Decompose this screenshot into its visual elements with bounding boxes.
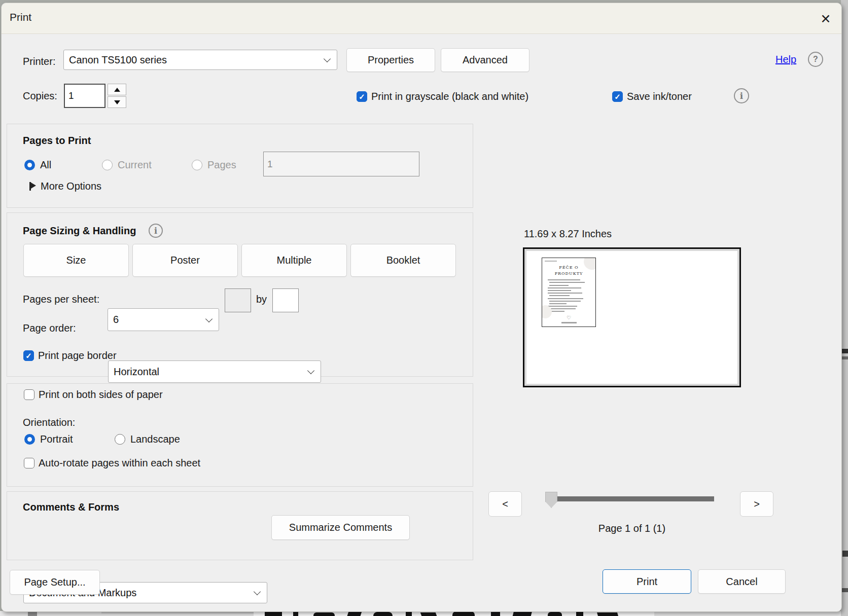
copies-input[interactable]: 1 <box>64 84 105 108</box>
preview-page-thumbnail: PÉČE O PRODUKTY <box>542 258 596 327</box>
info-icon[interactable]: i <box>734 88 749 103</box>
info-icon[interactable]: i <box>149 224 163 238</box>
print-page-border-checkbox[interactable]: ✓ <box>23 350 34 361</box>
advanced-button[interactable]: Advanced <box>441 48 529 72</box>
custom-columns-input[interactable] <box>225 288 251 312</box>
portrait-radio[interactable] <box>24 434 35 445</box>
print-dialog: Print ✕ Printer: Canon TS5100 series Pro… <box>1 3 842 612</box>
check-icon: ✓ <box>614 92 621 101</box>
preview-frame: PÉČE O PRODUKTY <box>523 247 741 387</box>
background-document-fragment <box>842 349 848 353</box>
printer-label: Printer: <box>23 56 55 67</box>
pages-pages-label[interactable]: Pages <box>207 159 236 171</box>
title-bar: Print ✕ <box>2 3 841 34</box>
help-link[interactable]: Help <box>775 54 796 65</box>
copies-increment-button[interactable] <box>108 84 126 95</box>
page-slider-track[interactable] <box>551 496 714 501</box>
background-document-fragment <box>842 551 848 557</box>
preview-sheet: PÉČE O PRODUKTY <box>526 251 737 384</box>
pages-per-sheet-value: 6 <box>113 314 119 325</box>
chevron-down-icon <box>324 55 331 62</box>
pages-current-radio[interactable] <box>102 160 113 170</box>
printer-select-value: Canon TS5100 series <box>69 54 167 66</box>
pages-all-label[interactable]: All <box>40 159 51 171</box>
copies-decrement-button[interactable] <box>108 96 126 108</box>
page-order-value: Horizontal <box>114 366 159 378</box>
background-document-fragment <box>842 356 848 359</box>
summarize-comments-button[interactable]: Summarize Comments <box>271 515 410 540</box>
pages-all-radio[interactable] <box>24 160 35 170</box>
page-status: Page 1 of 1 (1) <box>523 523 741 534</box>
chevron-down-icon <box>254 588 261 595</box>
thumbnail-title: PÉČE O PRODUKTY <box>542 265 595 276</box>
screen: Print ✕ Printer: Canon TS5100 series Pro… <box>0 0 848 616</box>
both-sides-label[interactable]: Print on both sides of paper <box>39 389 163 401</box>
comments-title: Comments & Forms <box>23 501 119 513</box>
chevron-down-icon <box>307 367 314 374</box>
help-icon[interactable]: ? <box>808 52 823 67</box>
page-order-label: Page order: <box>23 322 76 334</box>
portrait-label[interactable]: Portrait <box>40 433 73 445</box>
more-options-label[interactable]: More Options <box>41 180 101 192</box>
page-sizing-title: Page Sizing & Handling <box>23 225 136 237</box>
check-icon: ✓ <box>359 92 365 101</box>
grayscale-label[interactable]: Print in grayscale (black and white) <box>371 91 528 102</box>
previous-page-button[interactable]: < <box>488 491 522 517</box>
landscape-label[interactable]: Landscape <box>130 433 180 445</box>
thumbnail-logo-line <box>561 322 577 323</box>
cancel-button[interactable]: Cancel <box>698 569 786 594</box>
arrow-down-icon <box>114 100 120 104</box>
preview-size-text: 11.69 x 8.27 Inches <box>524 228 612 240</box>
printer-select[interactable]: Canon TS5100 series <box>63 50 337 70</box>
check-icon: ✓ <box>25 351 32 360</box>
background-document-fragment <box>842 588 848 592</box>
booklet-button[interactable]: Booklet <box>350 244 456 277</box>
print-page-border-label[interactable]: Print page border <box>38 350 117 361</box>
print-button[interactable]: Print <box>603 569 691 594</box>
page-slider-handle[interactable] <box>545 492 557 508</box>
auto-rotate-checkbox[interactable] <box>24 458 34 468</box>
multiple-button[interactable]: Multiple <box>241 244 347 277</box>
orientation-label: Orientation: <box>23 417 75 428</box>
pages-current-label[interactable]: Current <box>118 159 152 171</box>
save-ink-checkbox[interactable]: ✓ <box>612 91 623 102</box>
custom-rows-input[interactable] <box>272 288 299 312</box>
pages-per-sheet-select[interactable]: 6 <box>108 308 219 331</box>
pages-per-sheet-label: Pages per sheet: <box>23 294 99 305</box>
grayscale-checkbox[interactable]: ✓ <box>357 91 367 102</box>
pages-to-print-title: Pages to Print <box>23 135 91 147</box>
size-button[interactable]: Size <box>23 244 129 277</box>
page-order-select[interactable]: Horizontal <box>108 360 321 383</box>
chevron-down-icon <box>205 315 213 322</box>
poster-button[interactable]: Poster <box>132 244 238 277</box>
landscape-radio[interactable] <box>115 434 125 445</box>
heart-icon: ♡ <box>542 315 595 320</box>
auto-rotate-label[interactable]: Auto-rotate pages within each sheet <box>39 457 200 469</box>
pages-range-input[interactable]: 1 <box>263 152 419 176</box>
next-page-button[interactable]: > <box>740 491 773 517</box>
by-label: by <box>256 294 267 305</box>
pages-pages-radio[interactable] <box>192 160 202 170</box>
more-options-expander-icon[interactable] <box>29 182 37 191</box>
dialog-title: Print <box>10 11 31 23</box>
copies-label: Copies: <box>23 90 57 102</box>
both-sides-checkbox[interactable] <box>24 389 34 400</box>
arrow-up-icon <box>114 88 120 92</box>
page-setup-button[interactable]: Page Setup... <box>10 570 100 595</box>
thumbnail-header-line <box>545 261 557 262</box>
properties-button[interactable]: Properties <box>346 48 435 72</box>
close-icon[interactable]: ✕ <box>814 9 837 28</box>
background-strip-right <box>841 0 848 616</box>
save-ink-label[interactable]: Save ink/toner <box>627 91 692 102</box>
